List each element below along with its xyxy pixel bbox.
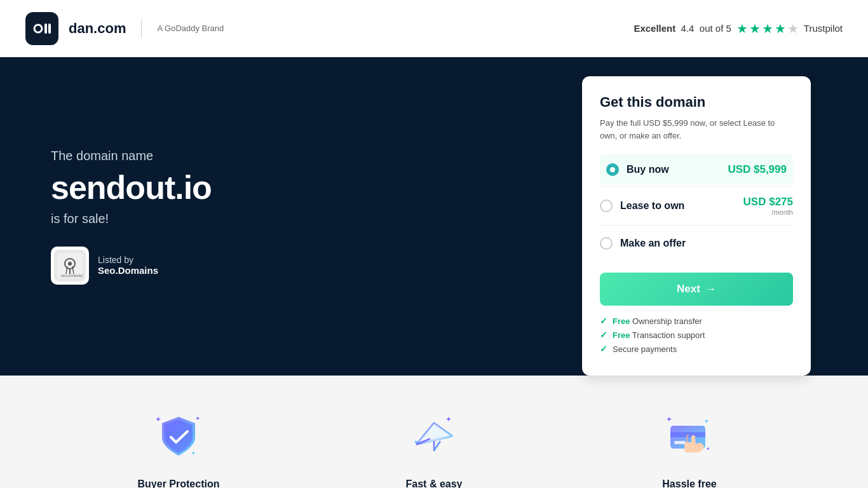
svg-rect-1 <box>44 24 47 34</box>
check-icon-3: ✓ <box>600 344 607 354</box>
godaddy-brand: A GoDaddy Brand <box>157 24 224 33</box>
option-lease-label: Lease to own <box>620 200 684 212</box>
shield-icon: ✦ ✦ ✦ <box>150 407 207 464</box>
card-description: Pay the full USD $5,999 now, or select L… <box>600 117 793 142</box>
hero-section: The domain name sendout.io is for sale! … <box>0 57 868 376</box>
seller-badge: SEO.DOMAINS Listed by Seo.Domains <box>51 247 576 285</box>
seller-logo-inner: SEO.DOMAINS <box>54 250 86 281</box>
svg-text:✦: ✦ <box>706 446 710 452</box>
features-section: ✦ ✦ ✦ Buyer Protectionprogram <box>0 376 868 488</box>
radio-buy-now[interactable] <box>606 163 619 176</box>
hero-domain: sendout.io <box>51 168 576 207</box>
benefits-list: ✓ Free Ownership transfer ✓ Free Transac… <box>600 316 793 354</box>
svg-rect-17 <box>674 441 686 444</box>
header: dan.com A GoDaddy Brand Excellent 4.4 ou… <box>0 0 868 57</box>
star-1: ★ <box>736 21 748 36</box>
svg-rect-2 <box>48 24 51 34</box>
feature-fast-transfers: ✦ ✦ Fast & easytransfers <box>306 407 562 488</box>
option-lease-price: USD $275 <box>743 196 793 208</box>
svg-point-5 <box>68 262 72 266</box>
radio-make-offer[interactable] <box>600 237 613 250</box>
next-arrow-icon: → <box>705 283 716 295</box>
next-button[interactable]: Next → <box>600 273 793 306</box>
svg-text:✦: ✦ <box>195 415 200 422</box>
trustpilot-score: 4.4 <box>681 23 695 34</box>
benefit-transaction-text: Free Transaction support <box>613 330 705 340</box>
seller-listed-by: Listed by <box>98 255 133 265</box>
feature-hassle-free: ✦ ✦ ✦ Hassle freepayments <box>562 407 817 488</box>
domain-card: Get this domain Pay the full USD $5,999 … <box>582 76 811 376</box>
card-area: Get this domain Pay the full USD $5,999 … <box>576 57 817 376</box>
benefit-ownership: ✓ Free Ownership transfer <box>600 316 793 326</box>
option-make-offer-label: Make an offer <box>620 238 686 249</box>
trustpilot-outof: out of 5 <box>700 23 731 34</box>
svg-rect-16 <box>670 432 705 437</box>
option-buy-now-price-area: USD $5,999 <box>728 163 787 176</box>
radio-lease[interactable] <box>600 200 613 212</box>
svg-point-0 <box>34 25 42 32</box>
svg-text:✦: ✦ <box>445 415 452 424</box>
card-icon: ✦ ✦ ✦ <box>661 407 718 464</box>
option-buy-now-price: USD $5,999 <box>728 163 787 176</box>
header-left: dan.com A GoDaddy Brand <box>25 12 224 45</box>
header-divider <box>141 19 142 38</box>
benefit-transaction: ✓ Free Transaction support <box>600 330 793 340</box>
trustpilot-score-text: Excellent 4.4 out of 5 <box>634 23 731 34</box>
feature-fast-transfers-label: Fast & easytransfers <box>406 477 463 488</box>
svg-text:✦: ✦ <box>666 415 672 424</box>
trustpilot-brand: Trustpilot <box>804 23 843 34</box>
card-title: Get this domain <box>600 94 793 111</box>
seller-name: Seo.Domains <box>98 265 158 276</box>
svg-text:✦: ✦ <box>704 418 709 424</box>
benefit-ownership-text: Free Ownership transfer <box>613 316 702 326</box>
option-buy-now[interactable]: Buy now USD $5,999 <box>600 154 793 185</box>
star-3: ★ <box>762 21 773 36</box>
hero-left: The domain name sendout.io is for sale! … <box>51 57 576 376</box>
option-lease-price-area: USD $275 /month <box>743 196 793 216</box>
option-buy-now-left: Buy now <box>606 163 669 176</box>
option-lease-sub: /month <box>743 208 793 216</box>
check-icon-2: ✓ <box>600 330 607 340</box>
dan-logo-icon <box>25 12 58 45</box>
star-5: ★ <box>787 21 799 36</box>
check-icon-1: ✓ <box>600 316 607 326</box>
svg-text:✦: ✦ <box>155 415 161 424</box>
feature-buyer-protection: ✦ ✦ ✦ Buyer Protectionprogram <box>51 407 306 488</box>
svg-text:SEO.DOMAINS: SEO.DOMAINS <box>61 274 83 278</box>
logo-text: dan.com <box>69 20 126 37</box>
benefit-secure: ✓ Secure payments <box>600 344 793 354</box>
trustpilot-area: Excellent 4.4 out of 5 ★ ★ ★ ★ ★ Trustpi… <box>634 21 843 36</box>
star-4: ★ <box>775 21 786 36</box>
feature-buyer-protection-label: Buyer Protectionprogram <box>138 477 220 488</box>
feature-hassle-free-label: Hassle freepayments <box>662 477 716 488</box>
next-label: Next <box>677 283 700 295</box>
option-make-offer[interactable]: Make an offer <box>600 225 793 261</box>
svg-text:✦: ✦ <box>191 451 196 456</box>
seller-logo: SEO.DOMAINS <box>51 247 89 285</box>
option-lease[interactable]: Lease to own USD $275 /month <box>600 186 793 225</box>
seller-info: Listed by Seo.Domains <box>98 255 158 276</box>
benefit-secure-text: Secure payments <box>613 344 677 354</box>
hero-forsale: is for sale! <box>51 212 576 226</box>
hero-subtitle: The domain name <box>51 149 576 163</box>
option-buy-now-label: Buy now <box>627 164 669 175</box>
option-lease-left: Lease to own <box>600 200 684 212</box>
star-2: ★ <box>749 21 761 36</box>
trustpilot-prefix: Excellent <box>634 23 675 34</box>
paper-plane-icon: ✦ ✦ <box>405 407 463 464</box>
trustpilot-stars: ★ ★ ★ ★ ★ <box>736 21 799 36</box>
